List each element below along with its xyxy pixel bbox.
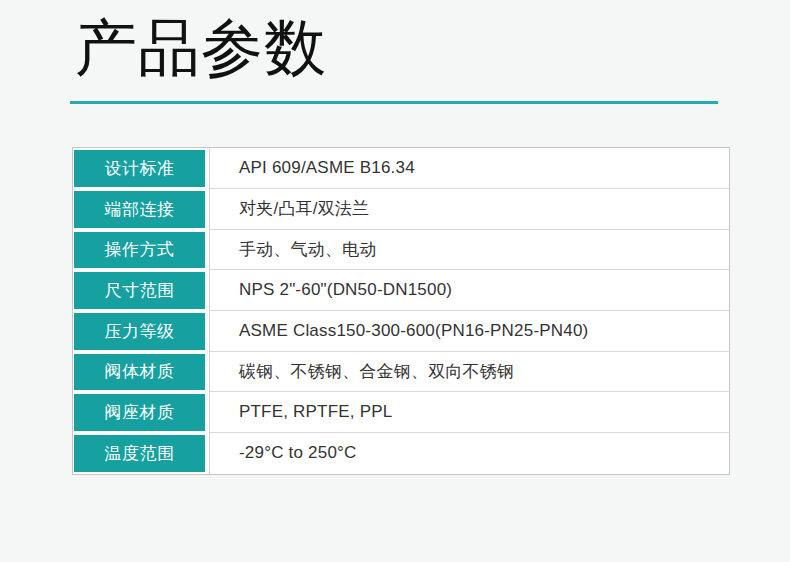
page-title: 产品参数 xyxy=(75,14,790,82)
table-row: 设计标准 API 609/ASME B16.34 xyxy=(73,148,729,189)
title-divider xyxy=(70,101,718,104)
spec-value-cell: 碳钢、不锈钢、合金钢、双向不锈钢 xyxy=(209,352,729,393)
spec-label-cell: 端部连接 xyxy=(74,191,205,228)
table-row: 阀座材质 PTFE, RPTFE, PPL xyxy=(73,392,729,433)
spec-value-cell: NPS 2"-60"(DN50-DN1500) xyxy=(209,270,729,311)
spec-label-cell: 尺寸范围 xyxy=(74,272,205,309)
spec-value-cell: -29°C to 250°C xyxy=(209,433,729,474)
page-container: 产品参数 设计标准 API 609/ASME B16.34 端部连接 对夹/凸耳… xyxy=(0,0,790,475)
table-row: 尺寸范围 NPS 2"-60"(DN50-DN1500) xyxy=(73,270,729,311)
spec-label-cell: 操作方式 xyxy=(74,232,205,269)
table-row: 温度范围 -29°C to 250°C xyxy=(73,433,729,474)
table-row: 操作方式 手动、气动、电动 xyxy=(73,230,729,271)
table-row: 端部连接 对夹/凸耳/双法兰 xyxy=(73,189,729,230)
spec-label-cell: 设计标准 xyxy=(74,150,205,187)
table-row: 阀体材质 碳钢、不锈钢、合金钢、双向不锈钢 xyxy=(73,352,729,393)
spec-value-cell: 手动、气动、电动 xyxy=(209,230,729,271)
spec-value-cell: PTFE, RPTFE, PPL xyxy=(209,392,729,433)
spec-label-cell: 压力等级 xyxy=(74,313,205,350)
spec-label-cell: 阀体材质 xyxy=(74,354,205,391)
product-spec-table: 设计标准 API 609/ASME B16.34 端部连接 对夹/凸耳/双法兰 … xyxy=(72,147,730,475)
spec-value-cell: API 609/ASME B16.34 xyxy=(209,148,729,189)
table-row: 压力等级 ASME Class150-300-600(PN16-PN25-PN4… xyxy=(73,311,729,352)
spec-label-cell: 温度范围 xyxy=(74,435,205,472)
spec-label-cell: 阀座材质 xyxy=(74,394,205,431)
spec-value-cell: 对夹/凸耳/双法兰 xyxy=(209,189,729,230)
spec-value-cell: ASME Class150-300-600(PN16-PN25-PN40) xyxy=(209,311,729,352)
